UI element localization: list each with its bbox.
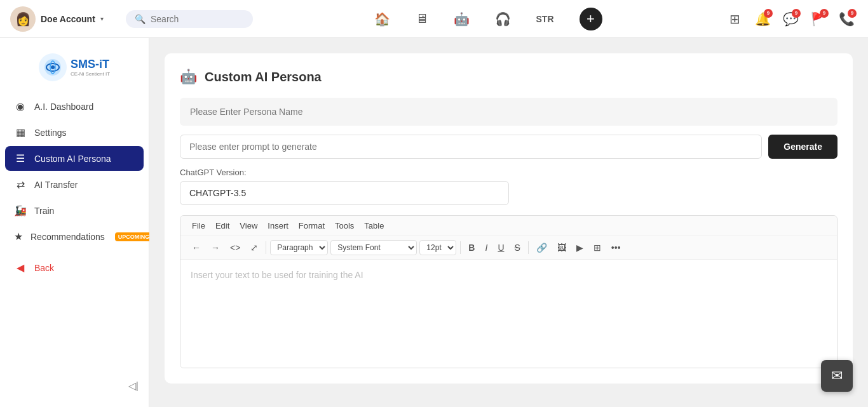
page-header: 🤖 Custom AI Persona	[180, 69, 837, 85]
bell-badge: 9	[764, 9, 773, 18]
size-select[interactable]: 12pt 10pt 14pt 16pt	[419, 240, 456, 255]
account-chevron-icon: ▾	[100, 15, 104, 22]
phone-button[interactable]: 📞 9	[835, 8, 858, 30]
nav-center: 🏠 🖥 🤖 🎧 STR +	[261, 8, 715, 30]
monitor-nav-button[interactable]: 🖥	[416, 11, 428, 26]
sidebar-collapse-area: ◁|	[0, 375, 149, 397]
main-layout: SMS-iT CE-Ni Sentient IT ◉ A.I. Dashboar…	[0, 38, 868, 407]
chat-support-button[interactable]: ✉	[821, 360, 853, 392]
link-button[interactable]: 🔗	[532, 240, 551, 255]
more-button[interactable]: •••	[607, 240, 625, 255]
menu-view[interactable]: View	[236, 220, 261, 232]
sidebar-item-label: AI Transfer	[34, 180, 78, 190]
paragraph-select[interactable]: Paragraph Heading 1 Heading 2	[270, 240, 328, 255]
editor-body[interactable]: Insert your text to be used for training…	[180, 260, 837, 368]
home-nav-button[interactable]: 🏠	[374, 11, 390, 27]
svg-point-3	[51, 65, 55, 69]
prompt-input[interactable]	[180, 135, 762, 159]
nav-right: ⊞ 🔔 9 💬 9 🚩 9 📞 9	[723, 8, 858, 30]
table-button[interactable]: ⊞	[590, 240, 605, 255]
undo-button[interactable]: ←	[188, 240, 205, 255]
video-button[interactable]: ▶	[573, 240, 587, 255]
prompt-row: Generate	[180, 135, 837, 159]
font-select[interactable]: System Font Arial Times New Roman	[330, 240, 417, 255]
image-button[interactable]: 🖼	[553, 240, 570, 255]
sidebar-item-custom-ai-persona[interactable]: ☰ Custom AI Persona	[5, 146, 144, 171]
sidebar-item-recommendations[interactable]: ★ Recommendations UPCOMING	[5, 224, 144, 249]
toolbar-divider-2	[460, 241, 461, 254]
sidebar-item-ai-dashboard[interactable]: ◉ A.I. Dashboard	[5, 94, 144, 119]
message-button[interactable]: 💬 9	[779, 8, 802, 30]
sidebar-item-label: A.I. Dashboard	[34, 102, 93, 112]
sidebar-item-settings[interactable]: ▦ Settings	[5, 120, 144, 145]
grid-icon: ⊞	[729, 11, 740, 27]
editor-toolbar: ← → <> ⤢ Paragraph Heading 1 Heading 2 S…	[180, 236, 837, 260]
robot-nav-button[interactable]: 🤖	[454, 11, 470, 27]
add-button[interactable]: +	[580, 8, 602, 30]
code-button[interactable]: <>	[226, 240, 244, 255]
toolbar-divider-3	[528, 241, 529, 254]
menu-format[interactable]: Format	[295, 220, 329, 232]
redo-button[interactable]: →	[207, 240, 224, 255]
page-card: 🤖 Custom AI Persona Generate ChatGPT Ver…	[165, 53, 853, 384]
sidebar-item-label: Recommendations	[31, 232, 105, 242]
recommendations-icon: ★	[14, 230, 23, 243]
sidebar-item-label: Train	[34, 206, 54, 216]
sidebar-nav: ◉ A.I. Dashboard ▦ Settings ☰ Custom AI …	[0, 94, 149, 280]
editor-container: File Edit View Insert Format Tools Table…	[180, 215, 837, 368]
chatgpt-version-select[interactable]: CHATGPT-3.5 CHATGPT-4	[180, 181, 509, 205]
persona-name-input[interactable]	[180, 98, 837, 126]
settings-icon: ▦	[14, 126, 27, 138]
menu-edit[interactable]: Edit	[212, 220, 233, 232]
toolbar-divider-1	[266, 241, 266, 254]
generate-button[interactable]: Generate	[768, 135, 837, 159]
sidebar-item-train[interactable]: 🚂 Train	[5, 198, 144, 223]
page-title: Custom AI Persona	[205, 70, 322, 84]
menu-file[interactable]: File	[188, 220, 209, 232]
logo-container: SMS-iT CE-Ni Sentient IT	[39, 53, 110, 81]
strikethrough-button[interactable]: S	[511, 240, 524, 255]
chat-support-icon: ✉	[831, 368, 843, 384]
upcoming-badge: UPCOMING	[115, 232, 153, 241]
fullscreen-button[interactable]: ⤢	[247, 240, 262, 255]
bell-button[interactable]: 🔔 9	[751, 8, 774, 30]
menu-table[interactable]: Table	[360, 220, 388, 232]
nav-left: 👩 Doe Account ▾	[10, 6, 118, 32]
search-bar[interactable]: 🔍	[126, 10, 253, 28]
top-nav: 👩 Doe Account ▾ 🔍 🏠 🖥 🤖 🎧 STR + ⊞ 🔔 9 💬 …	[0, 0, 868, 38]
sidebar-item-label: Settings	[34, 128, 67, 138]
message-badge: 9	[792, 9, 801, 18]
search-icon: 🔍	[135, 14, 146, 24]
sidebar-back-button[interactable]: ◀ Back	[5, 255, 144, 280]
back-icon: ◀	[14, 262, 27, 274]
content-area: 🤖 Custom AI Persona Generate ChatGPT Ver…	[149, 38, 868, 407]
custom-persona-icon: ☰	[14, 152, 27, 164]
logo-text: SMS-iT	[71, 58, 110, 71]
chatgpt-version-label: ChatGPT Version:	[180, 168, 837, 177]
headset-nav-button[interactable]: 🎧	[495, 11, 511, 27]
logo-icon	[39, 53, 67, 81]
logo-area: SMS-iT CE-Ni Sentient IT	[0, 48, 149, 94]
editor-placeholder: Insert your text to be used for training…	[191, 270, 363, 280]
ai-dashboard-icon: ◉	[14, 100, 27, 112]
italic-button[interactable]: I	[481, 240, 491, 255]
sidebar-collapse-button[interactable]: ◁|	[128, 380, 139, 392]
sidebar: SMS-iT CE-Ni Sentient IT ◉ A.I. Dashboar…	[0, 38, 149, 407]
back-label: Back	[34, 263, 54, 273]
page-title-icon: 🤖	[180, 69, 197, 85]
train-icon: 🚂	[14, 204, 27, 217]
sidebar-item-ai-transfer[interactable]: ⇄ AI Transfer	[5, 172, 144, 197]
logo-sub: CE-Ni Sentient IT	[71, 71, 110, 77]
search-input[interactable]	[151, 14, 240, 24]
str-label: STR	[536, 14, 554, 24]
grid-nav-button[interactable]: ⊞	[723, 8, 746, 30]
flag-button[interactable]: 🚩 9	[807, 8, 830, 30]
phone-badge: 9	[848, 9, 857, 18]
editor-menu-bar: File Edit View Insert Format Tools Table	[180, 216, 837, 236]
avatar: 👩	[10, 6, 36, 32]
bold-button[interactable]: B	[465, 240, 478, 255]
menu-insert[interactable]: Insert	[264, 220, 292, 232]
ai-transfer-icon: ⇄	[14, 178, 27, 190]
menu-tools[interactable]: Tools	[331, 220, 358, 232]
underline-button[interactable]: U	[494, 240, 508, 255]
